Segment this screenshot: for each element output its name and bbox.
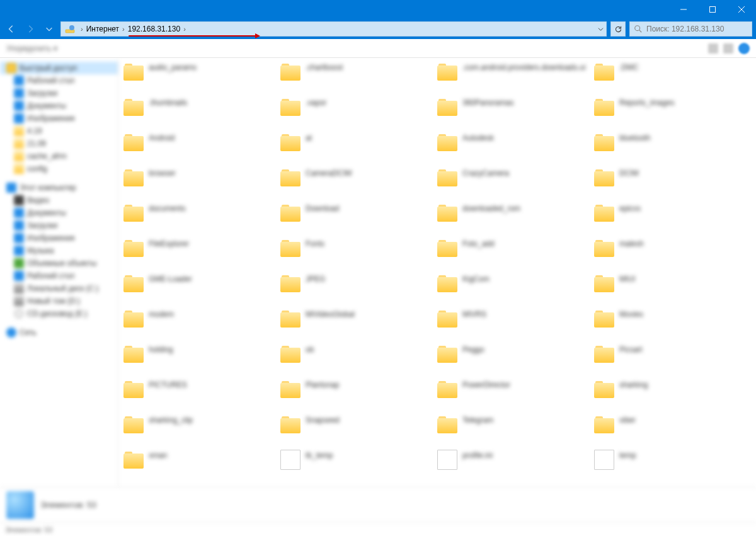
folder-item[interactable]: DCIM bbox=[594, 168, 751, 194]
refresh-button[interactable] bbox=[610, 21, 626, 37]
breadcrumb-root[interactable]: Интернет bbox=[85, 25, 120, 33]
view-options-button[interactable] bbox=[708, 43, 718, 54]
maximize-button[interactable] bbox=[698, 0, 727, 19]
close-button[interactable] bbox=[727, 0, 756, 19]
tree-item[interactable]: Видео bbox=[0, 194, 118, 207]
file-item[interactable]: tb_temp bbox=[280, 450, 437, 476]
folder-view[interactable]: audio_params.chartboost.com.android.prov… bbox=[118, 58, 756, 487]
folder-item[interactable]: browser bbox=[123, 168, 280, 194]
folder-item[interactable]: holding bbox=[123, 344, 280, 370]
back-button[interactable] bbox=[4, 21, 19, 37]
folder-item[interactable]: JPEG bbox=[280, 273, 437, 300]
tree-item[interactable]: cache_afrm bbox=[0, 150, 118, 163]
tree-item[interactable]: Загрузки bbox=[0, 219, 118, 232]
blue-icon bbox=[14, 88, 24, 98]
tree-item[interactable]: Новый том (D:) bbox=[0, 295, 118, 307]
folder-item[interactable]: Plantsnap bbox=[280, 379, 437, 406]
tree-item[interactable]: config bbox=[0, 163, 118, 175]
folder-item[interactable]: Snapseed bbox=[280, 414, 437, 441]
organize-menu[interactable]: Упорядочить ▾ bbox=[6, 44, 57, 53]
search-input[interactable] bbox=[646, 25, 752, 33]
tree-item[interactable]: Изображения bbox=[0, 232, 118, 244]
tree-item[interactable]: Документы bbox=[0, 100, 118, 112]
folder-item[interactable]: sharking bbox=[594, 379, 751, 406]
tree-item[interactable]: Загрузки bbox=[0, 87, 118, 100]
tree-item[interactable]: Документы bbox=[0, 207, 118, 219]
folder-item[interactable]: at bbox=[280, 132, 437, 159]
breadcrumb-path[interactable]: 192.168.31.130 bbox=[127, 25, 181, 33]
folder-item[interactable]: documents bbox=[123, 203, 280, 229]
file-item[interactable]: temp bbox=[594, 450, 751, 476]
folder-item[interactable]: audio_params bbox=[123, 62, 280, 88]
item-label: 360Panoramas bbox=[462, 97, 513, 108]
folder-item[interactable]: Android bbox=[123, 132, 280, 159]
folder-item[interactable]: MiVideoGlobal bbox=[280, 309, 437, 335]
folder-item[interactable]: GME-Loader bbox=[123, 273, 280, 300]
folder-icon bbox=[594, 273, 614, 294]
forward-button[interactable] bbox=[23, 21, 38, 37]
folder-item[interactable]: .thumbnails bbox=[123, 97, 280, 123]
tree-item[interactable]: Изображения bbox=[0, 112, 118, 125]
tree-item[interactable]: Объемные объекты bbox=[0, 257, 118, 270]
address-bar[interactable]: › Интернет › 192.168.31.130 › bbox=[60, 21, 607, 37]
folder-item[interactable]: Picsart bbox=[594, 344, 751, 370]
folder-item[interactable]: modem bbox=[123, 309, 280, 335]
search-box[interactable] bbox=[629, 21, 752, 37]
file-item[interactable]: profile.ini bbox=[437, 450, 594, 476]
folder-item[interactable]: MIUI bbox=[594, 273, 751, 300]
address-history-dropdown[interactable] bbox=[595, 22, 606, 36]
folder-item[interactable]: PICTURES bbox=[123, 379, 280, 406]
tree-item[interactable]: CD-дисковод (E:) bbox=[0, 307, 118, 320]
folder-item[interactable]: sharking_clip bbox=[123, 414, 280, 441]
tree-item[interactable]: Рабочий стол bbox=[0, 270, 118, 282]
svg-rect-4 bbox=[66, 30, 74, 33]
window-titlebar bbox=[0, 0, 756, 19]
folder-item[interactable]: .com.android.providers.downloads.ui bbox=[437, 62, 594, 88]
folder-item[interactable]: epicvs bbox=[594, 203, 751, 229]
tree-item[interactable]: 21.09 bbox=[0, 137, 118, 150]
tree-item[interactable]: 4.19 bbox=[0, 125, 118, 137]
tree-group-header[interactable]: Быстрый доступ bbox=[0, 62, 118, 74]
item-label: tb_temp bbox=[306, 450, 333, 461]
folder-item[interactable]: Telegram bbox=[437, 414, 594, 441]
minimize-button[interactable] bbox=[669, 0, 698, 19]
tree-item-label: 21.09 bbox=[27, 139, 46, 148]
folder-item[interactable]: xman bbox=[123, 450, 280, 476]
main-area: Быстрый доступРабочий столЗагрузкиДокуме… bbox=[0, 58, 756, 487]
preview-pane-button[interactable] bbox=[723, 43, 733, 54]
tree-item[interactable]: Музыка bbox=[0, 244, 118, 257]
tree-group-header[interactable]: Этот компьютер bbox=[0, 181, 118, 194]
folder-item[interactable]: PowerDirector bbox=[437, 379, 594, 406]
navigation-tree[interactable]: Быстрый доступРабочий столЗагрузкиДокуме… bbox=[0, 58, 118, 487]
folder-item[interactable]: Foto_add bbox=[437, 238, 594, 265]
folder-item[interactable]: .chartboost bbox=[280, 62, 437, 88]
folder-item[interactable]: .DMC bbox=[594, 62, 751, 88]
folder-item[interactable]: viber bbox=[594, 414, 751, 441]
tree-item[interactable]: Рабочий стол bbox=[0, 74, 118, 87]
help-button[interactable] bbox=[738, 43, 750, 54]
folder-item[interactable]: KigCom bbox=[437, 273, 594, 300]
folder-item[interactable]: Download bbox=[280, 203, 437, 229]
folder-item[interactable]: Peggo bbox=[437, 344, 594, 370]
status-text: Элементов: 53 bbox=[5, 526, 52, 533]
folder-item[interactable]: downloaded_rom bbox=[437, 203, 594, 229]
folder-icon bbox=[280, 309, 301, 329]
folder-item[interactable]: Fonts bbox=[280, 238, 437, 265]
folder-item[interactable]: CrazyCamera bbox=[437, 168, 594, 194]
folder-item[interactable]: CameraDCIM bbox=[280, 168, 437, 194]
folder-item[interactable]: Reports_images bbox=[594, 97, 751, 123]
folder-item[interactable]: FileExplorer bbox=[123, 238, 280, 265]
folder-icon bbox=[594, 344, 614, 364]
folder-icon bbox=[437, 379, 457, 399]
folder-item[interactable]: MIVRS bbox=[437, 309, 594, 335]
folder-item[interactable]: Movies bbox=[594, 309, 751, 335]
tree-group-header[interactable]: Сеть bbox=[0, 326, 118, 339]
folder-item[interactable]: 360Panoramas bbox=[437, 97, 594, 123]
folder-item[interactable]: malesh bbox=[594, 238, 751, 265]
folder-item[interactable]: Autodesk bbox=[437, 132, 594, 159]
folder-item[interactable]: .vapor bbox=[280, 97, 437, 123]
recent-locations-button[interactable] bbox=[42, 21, 57, 37]
folder-item[interactable]: bluetooth bbox=[594, 132, 751, 159]
folder-item[interactable]: ob bbox=[280, 344, 437, 370]
tree-item[interactable]: Локальный диск (C:) bbox=[0, 282, 118, 295]
